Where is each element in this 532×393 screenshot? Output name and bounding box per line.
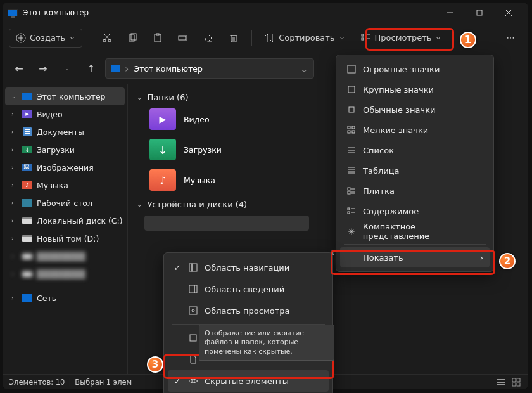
sidebar-item-d-drive[interactable]: ›Новый том (D:) <box>3 229 127 247</box>
submenu-hidden-items[interactable]: ✓Скрытые элементы <box>168 370 329 392</box>
tooltip: Отображение или скрытие файлов и папок, … <box>199 325 334 361</box>
show-submenu: ✓Область навигации Область сведений Обла… <box>163 252 333 393</box>
eye-icon <box>188 377 198 385</box>
svg-rect-29 <box>497 384 505 385</box>
address-bar[interactable]: › Этот компьютер ⌄ <box>105 58 314 79</box>
sidebar-item-pictures[interactable]: ›Изображения <box>3 158 127 176</box>
rename-icon <box>178 33 188 43</box>
menu-large-icons[interactable]: Крупные значки <box>340 79 490 100</box>
svg-rect-32 <box>512 383 516 386</box>
details-icon <box>346 165 357 176</box>
menu-small-icons[interactable]: Мелкие значки <box>340 120 490 140</box>
command-bar: Создать Сортировать Просмотреть ⋯ <box>3 23 528 53</box>
cut-icon <box>102 33 112 43</box>
extra-large-icons-icon <box>346 64 357 74</box>
svg-rect-25 <box>362 38 364 40</box>
cut-button[interactable] <box>96 29 118 47</box>
sort-icon <box>265 33 275 43</box>
view-label: Просмотреть <box>375 33 432 42</box>
delete-icon <box>229 33 239 43</box>
menu-tiles[interactable]: Плитка <box>340 181 490 201</box>
compact-icon: ✳ <box>346 226 357 236</box>
svg-rect-30 <box>512 378 516 382</box>
svg-rect-39 <box>348 131 350 133</box>
more-button[interactable]: ⋯ <box>499 29 522 47</box>
svg-rect-31 <box>517 378 520 382</box>
svg-point-65 <box>192 380 194 382</box>
copy-button[interactable] <box>121 29 144 47</box>
menu-compact[interactable]: ✳Компактное представление <box>340 221 490 242</box>
share-button[interactable] <box>197 29 220 47</box>
list-icon <box>346 145 357 155</box>
delete-button[interactable] <box>222 29 245 47</box>
sidebar-item-blurred[interactable]: ›████████ <box>3 247 127 265</box>
minimize-button[interactable] <box>436 3 465 23</box>
navigation-pane[interactable]: ⌄ Этот компьютер ›Видео ›Документы ›Загр… <box>3 84 128 389</box>
copy-icon <box>127 33 137 43</box>
plus-icon <box>16 33 26 43</box>
nav-recent[interactable]: ⌄ <box>57 58 77 79</box>
this-pc-icon <box>8 9 18 16</box>
sidebar-item-blurred[interactable]: ›████████ <box>3 265 127 283</box>
medium-icons-icon <box>346 105 357 115</box>
nav-up[interactable]: ↑ <box>81 58 101 79</box>
sidebar-item-music[interactable]: ›Музыка <box>3 176 127 194</box>
svg-rect-60 <box>189 285 194 293</box>
menu-medium-icons[interactable]: Обычные значки <box>340 100 490 120</box>
submenu-preview-pane[interactable]: Область просмотра <box>168 300 329 321</box>
sort-button[interactable]: Сортировать <box>258 29 351 47</box>
close-button[interactable] <box>494 3 523 23</box>
video-folder-icon <box>149 108 176 130</box>
paste-button[interactable] <box>146 29 169 47</box>
sidebar-item-documents[interactable]: ›Документы <box>3 123 127 141</box>
details-view-icon[interactable] <box>495 377 507 388</box>
new-label: Создать <box>30 33 65 42</box>
details-pane-icon <box>188 285 198 293</box>
sidebar-item-this-pc[interactable]: ⌄ Этот компьютер <box>5 87 125 105</box>
view-button[interactable]: Просмотреть <box>354 29 449 48</box>
svg-rect-38 <box>352 126 355 129</box>
nav-forward[interactable]: → <box>33 58 53 79</box>
menu-list[interactable]: Список <box>340 140 490 160</box>
svg-rect-17 <box>231 35 236 42</box>
svg-rect-40 <box>352 131 355 133</box>
more-icon: ⋯ <box>505 33 516 43</box>
annotation-badge-2: 2 <box>499 253 516 269</box>
breadcrumb-label: Этот компьютер <box>134 64 203 74</box>
nav-pane-icon <box>188 263 198 272</box>
status-count: Элементов: 10 <box>9 378 65 387</box>
menu-content[interactable]: Содержимое <box>340 201 490 221</box>
thumbnails-view-icon[interactable] <box>510 377 522 388</box>
submenu-details-pane[interactable]: Область сведений <box>168 278 329 300</box>
annotation-badge-3: 3 <box>147 356 163 373</box>
svg-rect-15 <box>179 36 186 40</box>
sidebar-item-desktop[interactable]: ›Рабочий стол <box>3 194 127 212</box>
svg-rect-48 <box>348 188 350 190</box>
menu-details[interactable]: Таблица <box>340 160 490 181</box>
share-icon <box>203 33 213 43</box>
svg-rect-54 <box>348 208 350 210</box>
nav-back[interactable]: ← <box>9 58 29 79</box>
svg-rect-58 <box>189 264 192 271</box>
sidebar-item-c-drive[interactable]: ›Локальный диск (C:) <box>3 212 127 229</box>
svg-rect-28 <box>497 382 505 383</box>
svg-rect-33 <box>517 383 520 386</box>
svg-point-63 <box>192 309 194 312</box>
sidebar-item-downloads[interactable]: ›Загрузки <box>3 141 127 158</box>
sidebar-item-network[interactable]: ›Сеть <box>3 289 127 307</box>
svg-rect-36 <box>349 107 354 112</box>
maximize-button[interactable] <box>465 3 494 23</box>
new-button[interactable]: Создать <box>9 29 82 48</box>
svg-rect-51 <box>348 191 350 194</box>
svg-rect-34 <box>348 65 355 73</box>
submenu-nav-pane[interactable]: ✓Область навигации <box>168 257 329 278</box>
rename-button[interactable] <box>172 29 194 47</box>
menu-show[interactable]: Показать › <box>340 247 490 267</box>
drive-selected-row[interactable] <box>144 216 309 231</box>
menu-extra-large-icons[interactable]: Огромные значки <box>340 59 490 79</box>
chevron-right-icon: › <box>480 253 483 262</box>
svg-rect-23 <box>362 34 364 36</box>
file-ext-icon <box>188 355 198 364</box>
svg-rect-64 <box>190 335 196 341</box>
sidebar-item-video[interactable]: ›Видео <box>3 105 127 123</box>
